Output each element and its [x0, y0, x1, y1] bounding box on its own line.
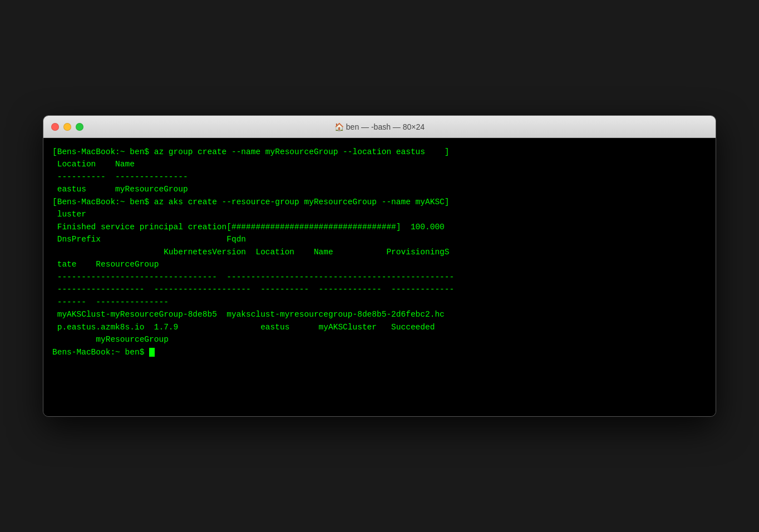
- terminal-cursor: [149, 348, 155, 357]
- terminal-line-6: Finished service principal creation[####…: [52, 221, 707, 233]
- terminal-line-16: Bens-MacBook:~ ben$: [52, 346, 707, 358]
- terminal-line-11: ------------------ -------------------- …: [52, 283, 707, 295]
- terminal-line-8: KubernetesVersion Location Name Provisio…: [52, 246, 707, 258]
- terminal-line-0: [Bens-MacBook:~ ben$ az group create --n…: [52, 146, 707, 158]
- traffic-lights: [43, 123, 83, 131]
- terminal-line-1: Location Name: [52, 158, 707, 170]
- terminal-window: 🏠 ben — -bash — 80×24 [Bens-MacBook:~ be…: [43, 115, 716, 417]
- terminal-body[interactable]: [Bens-MacBook:~ ben$ az group create --n…: [43, 138, 716, 416]
- terminal-line-5: luster: [52, 208, 707, 220]
- terminal-line-4: [Bens-MacBook:~ ben$ az aks create --res…: [52, 196, 707, 208]
- terminal-line-7: DnsPrefix Fqdn: [52, 233, 707, 245]
- window-title: 🏠 ben — -bash — 80×24: [334, 122, 425, 131]
- maximize-button[interactable]: [76, 123, 83, 131]
- terminal-line-2: ---------- ---------------: [52, 171, 707, 183]
- titlebar: 🏠 ben — -bash — 80×24: [43, 116, 716, 138]
- minimize-button[interactable]: [63, 123, 71, 131]
- terminal-line-12: ------ ---------------: [52, 296, 707, 308]
- terminal-line-14: p.eastus.azmk8s.io 1.7.9 eastus myAKSClu…: [52, 321, 707, 333]
- terminal-line-15: myResourceGroup: [52, 333, 707, 346]
- close-button[interactable]: [51, 123, 59, 131]
- terminal-line-9: tate ResourceGroup: [52, 258, 707, 270]
- terminal-line-13: myAKSClust-myResourceGroup-8de8b5 myaksc…: [52, 308, 707, 321]
- terminal-line-3: eastus myResourceGroup: [52, 183, 707, 195]
- terminal-line-10: --------------------------------- ------…: [52, 271, 707, 283]
